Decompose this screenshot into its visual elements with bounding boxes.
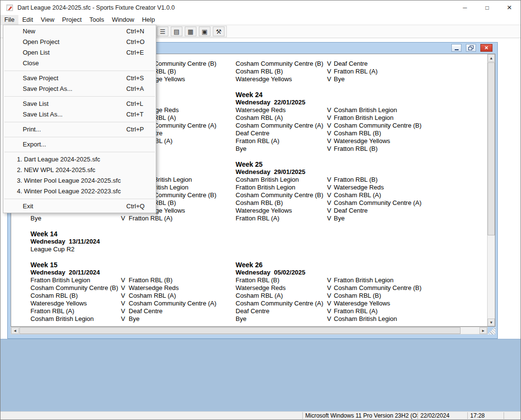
fixture-row: Fratton RBL (B)VFratton British Legion (236, 276, 444, 284)
week-block: Week 15Wednesday 20/11/2024Fratton Briti… (30, 261, 231, 323)
home-team: Fratton British Legion (30, 276, 121, 284)
menubar-item-window[interactable]: Window (108, 15, 138, 25)
menubar-item-view[interactable]: View (37, 15, 58, 25)
menu-item-new[interactable]: NewCtrl+N (3, 26, 156, 37)
menu-item-save-list[interactable]: Save ListCtrl+L (3, 99, 156, 109)
fixture-row: Cosham Community Centre (A)VWateresdge Y… (236, 300, 444, 307)
away-team: Cosham Community Centre (A) (334, 199, 421, 207)
away-team: Fratton RBL (A) (334, 68, 378, 75)
week-date: Wednesday 22/01/2025 (236, 99, 444, 106)
versus-label: V (121, 315, 129, 323)
fixture-list-button[interactable]: ☰ (157, 27, 168, 36)
menubar-item-project[interactable]: Project (58, 15, 85, 25)
menu-item-export[interactable]: Export... (3, 139, 156, 150)
menu-item-open-project[interactable]: Open ProjectCtrl+O (3, 37, 156, 47)
child-close-icon: × (485, 44, 489, 51)
fixture-row: Cosham RBL (B)VCosham RBL (A) (30, 292, 231, 300)
grid-editor-button[interactable]: ▦ (185, 27, 196, 36)
maximize-button[interactable]: □ (476, 0, 498, 15)
resize-grip[interactable] (488, 327, 495, 334)
minimize-button[interactable]: ─ (454, 0, 476, 15)
menubar-item-file[interactable]: File (0, 15, 18, 25)
menu-separator (4, 96, 155, 97)
menu-item-shortcut: Ctrl+T (126, 109, 144, 120)
menu-item-3-winter-pool-league-2024-2025-sfc[interactable]: 3. Winter Pool League 2024-2025.sfc (3, 175, 156, 186)
versus-label: V (327, 199, 334, 207)
child-minimize-button[interactable] (451, 44, 461, 52)
away-team: Cosham Community Centre (B) (334, 122, 421, 130)
home-team: Bye (30, 215, 121, 222)
menu-item-save-project-as[interactable]: Save Project As...Ctrl+A (3, 84, 156, 94)
versus-label: V (327, 145, 334, 153)
versus-label: V (121, 284, 129, 292)
fixture-row: Cosham Community Centre (B)VCosham RBL (… (236, 191, 444, 199)
close-icon: × (507, 3, 512, 13)
menu-item-1-dart-league-2024-2025-sfc[interactable]: 1. Dart League 2024-2025.sfc (3, 154, 156, 165)
away-team: Fratton RBL (B) (334, 176, 378, 184)
away-team: Cosham Community Centre (A) (129, 300, 216, 307)
horizontal-scroll-thumb[interactable] (19, 327, 461, 334)
scroll-right-button[interactable]: ► (479, 327, 487, 334)
child-minimize-icon (455, 49, 459, 50)
menu-item-exit[interactable]: ExitCtrl+Q (3, 201, 156, 212)
home-team: Cosham RBL (A) (236, 292, 327, 300)
report-button[interactable]: ▤ (171, 27, 182, 36)
versus-label: V (327, 68, 334, 75)
menu-item-label: 3. Winter Pool League 2024-2025.sfc (17, 177, 121, 184)
away-team: Watersedge Reds (129, 284, 179, 292)
tools-icon: ⚒ (216, 28, 222, 35)
menu-item-shortcut: Ctrl+L (126, 99, 143, 109)
menubar-item-edit[interactable]: Edit (18, 15, 37, 25)
scroll-up-button[interactable]: ▲ (488, 54, 495, 62)
away-team: Watersedge Reds (334, 184, 384, 191)
menu-item-save-list-as[interactable]: Save List As...Ctrl+T (3, 109, 156, 120)
scroll-left-button[interactable]: ◄ (11, 327, 19, 334)
menu-item-label: Open Project (23, 38, 60, 45)
away-team: Fratton RBL (B) (334, 145, 378, 153)
fixture-row: Fratton British LegionVWatersedge Reds (236, 184, 444, 191)
versus-label: V (327, 106, 334, 114)
vertical-scrollbar[interactable]: ▲ ▼ (487, 54, 495, 326)
child-restore-button[interactable] (466, 44, 476, 52)
home-team: Cosham Community Centre (B) (236, 191, 327, 199)
vertical-scroll-thumb[interactable] (488, 62, 495, 235)
menu-item-open-list[interactable]: Open ListCtrl+E (3, 47, 156, 58)
home-team: Bye (236, 145, 327, 153)
print-button[interactable]: ▣ (199, 27, 210, 36)
week-block: Week 24Wednesday 22/01/2025Watersedge Re… (236, 91, 444, 153)
versus-label: V (327, 315, 334, 323)
week-date: Wednesday 29/01/2025 (236, 168, 444, 176)
menu-item-label: Save Project As... (23, 85, 73, 92)
away-team: Wateresdge Yellows (334, 300, 390, 307)
home-team: Cosham Community Centre (A) (236, 300, 327, 307)
away-team: Deaf Centre (334, 207, 368, 215)
home-team: Fratton RBL (A) (236, 137, 327, 145)
fixture-row: Wateresdge YellowsVDeaf Centre (236, 207, 444, 215)
child-close-button[interactable]: × (480, 44, 492, 52)
menu-item-label: Exit (23, 203, 33, 210)
away-team: Cosham British Legion (334, 315, 397, 323)
fixture-window-controls: × (451, 44, 492, 52)
home-team: Fratton RBL (A) (236, 215, 327, 222)
horizontal-scrollbar[interactable]: ◄ ► (11, 327, 488, 334)
fixture-row: Cosham British LegionVFratton RBL (B) (236, 176, 444, 184)
versus-label: V (327, 122, 334, 130)
menu-item-close[interactable]: Close (3, 58, 156, 69)
versus-label: V (327, 284, 334, 292)
menu-item-4-winter-pool-league-2022-2023-sfc[interactable]: 4. Winter Pool League 2022-2023.sfc (3, 186, 156, 197)
scroll-down-button[interactable]: ▼ (488, 319, 495, 326)
menu-item-label: Save List (23, 100, 48, 107)
away-team: Deaf Centre (129, 307, 163, 315)
titlebar[interactable]: Dart League 2024-2025.sfc - Sports Fixtu… (0, 0, 521, 15)
menu-item-print[interactable]: Print...Ctrl+P (3, 124, 156, 135)
close-button[interactable]: × (498, 0, 521, 15)
menubar-item-help[interactable]: Help (138, 15, 159, 25)
menu-item-2-new-wpl-2024-2025-sfc[interactable]: 2. NEW WPL 2024-2025.sfc (3, 165, 156, 175)
menu-item-save-project[interactable]: Save ProjectCtrl+S (3, 73, 156, 84)
fixture-row: Wateresdge YellowsVCosham Community Cent… (30, 300, 231, 307)
menubar-item-tools[interactable]: Tools (86, 15, 108, 25)
menu-item-shortcut: Ctrl+N (126, 26, 144, 37)
tools-button[interactable]: ⚒ (213, 27, 224, 36)
away-team: Fratton RBL (A) (129, 215, 173, 222)
minimize-icon: ─ (463, 4, 467, 11)
